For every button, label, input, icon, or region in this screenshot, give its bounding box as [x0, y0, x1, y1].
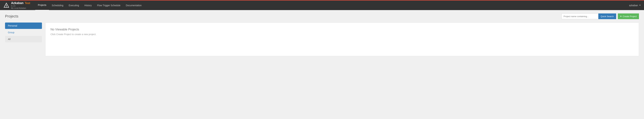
main-layout: Personal Group All No Viewable Projects …	[5, 23, 639, 56]
sidebar: Personal Group All	[5, 23, 42, 43]
dropdown-caret-icon	[639, 5, 641, 6]
navbar-right: azkaban	[629, 4, 641, 7]
nav-scheduling[interactable]: Scheduling	[49, 0, 66, 11]
brand-text: Azkaban Test 0.1.0- My Local Azkaban	[11, 1, 30, 10]
no-projects-subtitle: Click Create Project to create a new pro…	[50, 33, 634, 36]
brand-subtitle: My Local Azkaban	[11, 7, 30, 9]
create-project-label: Create Project	[623, 15, 636, 18]
nav-history[interactable]: History	[82, 0, 94, 11]
brand-name: Azkaban	[11, 1, 24, 5]
svg-point-2	[6, 7, 7, 7]
search-input[interactable]	[562, 14, 598, 19]
brand-logo-link[interactable]: Azkaban Test 0.1.0- My Local Azkaban	[3, 1, 30, 10]
nav-links: Projects Scheduling Executing History Fl…	[35, 0, 629, 11]
projects-header: Projects Quick Search + Create Project	[5, 14, 639, 19]
user-name: azkaban	[629, 4, 638, 7]
sidebar-item-group[interactable]: Group	[5, 29, 42, 36]
nav-documentation[interactable]: Documentation	[123, 0, 144, 11]
create-project-button[interactable]: + Create Project	[618, 14, 639, 19]
no-projects-title: No Viewable Projects	[50, 28, 634, 31]
sidebar-item-all[interactable]: All	[5, 36, 42, 42]
nav-projects[interactable]: Projects	[35, 0, 49, 11]
plus-icon: +	[620, 15, 622, 18]
brand-env: Test	[25, 2, 30, 5]
page-title: Projects	[5, 14, 562, 19]
quick-search-button[interactable]: Quick Search	[598, 14, 616, 19]
content-panel: No Viewable Projects Click Create Projec…	[45, 23, 639, 56]
page-content: Projects Quick Search + Create Project P…	[0, 10, 644, 59]
brand-version: 0.1.0-	[11, 5, 30, 7]
navbar: Azkaban Test 0.1.0- My Local Azkaban Pro…	[0, 0, 644, 10]
search-area: Quick Search + Create Project	[562, 14, 639, 19]
sidebar-item-personal[interactable]: Personal	[5, 23, 42, 29]
azkaban-logo-icon	[3, 2, 10, 9]
user-dropdown[interactable]: azkaban	[629, 4, 641, 7]
nav-executing[interactable]: Executing	[66, 0, 82, 11]
nav-flow-trigger-schedule[interactable]: Flow Trigger Schedule	[94, 0, 123, 11]
